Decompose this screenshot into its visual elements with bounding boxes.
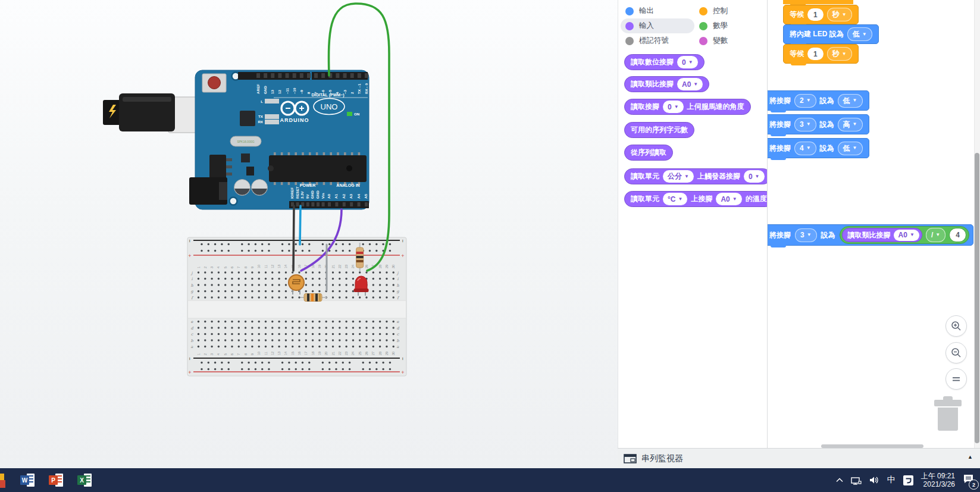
workspace-block[interactable]: 等候1秒▼ <box>783 5 859 24</box>
network-icon[interactable] <box>851 476 862 485</box>
svg-text:A3: A3 <box>349 194 353 199</box>
svg-text:5: 5 <box>224 353 227 355</box>
chevron-down-icon: ▼ <box>693 82 698 87</box>
partial-block-offscreen[interactable] <box>783 0 853 4</box>
block-dropdown[interactable]: 4▼ <box>794 142 816 155</box>
block-dropdown[interactable]: 2▼ <box>794 94 816 108</box>
taskbar-app-P[interactable]: P <box>49 474 63 487</box>
block-dropdown[interactable]: A0▼ <box>716 193 741 205</box>
svg-text:13: 13 <box>270 90 274 94</box>
code-palette-panel: 輸出控制輸入數學標記符號變數 讀取數位接腳0▼讀取類比接腳A0▼讀取接腳0▼上伺… <box>618 0 768 448</box>
category-label: 標記符號 <box>639 36 669 46</box>
svg-text:16: 16 <box>298 352 301 355</box>
workspace-block[interactable]: 將內建 LED 設為低▼ <box>783 24 879 44</box>
breadboard[interactable]: 1122334455667788991010111112121313141415… <box>187 237 406 376</box>
clock[interactable]: 上午 09:21 2021/3/26 <box>921 472 955 488</box>
svg-text:5: 5 <box>224 267 227 268</box>
zoom-in-icon <box>951 321 962 331</box>
flyout-block[interactable]: 讀取單元°C▼上接腳A0▼的溫度 <box>624 191 768 207</box>
ime-mode-icon[interactable] <box>903 475 913 485</box>
flyout-block[interactable]: 讀取接腳0▼上伺服馬達的角度 <box>624 99 751 115</box>
legend-category-控制[interactable]: 控制 <box>694 4 761 18</box>
block-number-input[interactable]: 1 <box>807 8 824 21</box>
svg-text:30: 30 <box>392 352 395 355</box>
flyout-block[interactable]: 從序列讀取 <box>624 145 673 161</box>
legend-category-標記符號[interactable]: 標記符號 <box>621 33 694 48</box>
block-dropdown[interactable]: 低▼ <box>838 142 863 155</box>
hidden-icons-chevron-icon[interactable] <box>836 478 843 482</box>
block-number-input[interactable]: 1 <box>807 48 824 60</box>
workspace-block-set-pin[interactable]: 將接腳3▼設為高▼ <box>768 114 869 134</box>
block-dropdown[interactable]: 0▼ <box>663 101 684 113</box>
block-dropdown[interactable]: °C▼ <box>663 193 687 205</box>
svg-text:12: 12 <box>271 265 274 268</box>
svg-text:19: 19 <box>318 352 321 355</box>
block-dropdown[interactable]: 公分▼ <box>663 170 694 183</box>
ime-language-indicator[interactable]: 中 <box>887 475 896 485</box>
operand-input[interactable]: 4 <box>949 228 966 242</box>
svg-text:AREF: AREF <box>256 84 260 94</box>
taskbar-app-X[interactable]: X <box>77 474 92 487</box>
block-label: 將內建 LED 設為 <box>790 29 844 39</box>
block-dropdown[interactable]: 0▼ <box>677 56 698 68</box>
svg-text:24: 24 <box>351 265 355 268</box>
flyout-block[interactable]: 讀取單元公分▼上觸發器接腳0▼ <box>624 168 768 184</box>
block-dropdown[interactable]: 3▼ <box>794 118 816 131</box>
block-dropdown[interactable]: 0▼ <box>744 170 765 183</box>
zoom-out-button[interactable] <box>945 342 967 363</box>
block-set-pin-expression[interactable]: 將接腳 3▼ 設為 讀取類比接腳 A0▼ /▼ 4 <box>768 224 973 246</box>
svg-text:IOREF: IOREF <box>290 187 294 199</box>
math-divide-block[interactable]: 讀取類比接腳 A0▼ /▼ 4 <box>840 226 969 244</box>
svg-text:A5: A5 <box>364 194 368 199</box>
notification-center-icon[interactable]: 2 <box>963 474 974 486</box>
legend-category-變數[interactable]: 變數 <box>694 33 761 48</box>
pin-dropdown[interactable]: 3▼ <box>795 228 817 242</box>
workspace-block-set-pin[interactable]: 將接腳2▼設為低▼ <box>768 90 869 111</box>
read-analog-reporter[interactable]: 讀取類比接腳 A0▼ <box>842 228 922 242</box>
svg-text:−: − <box>400 357 406 360</box>
operator-dropdown[interactable]: /▼ <box>926 228 945 242</box>
collapse-arrow-icon[interactable]: ▲ <box>968 454 973 460</box>
wire-black[interactable] <box>293 206 294 271</box>
flyout-block[interactable]: 讀取類比接腳A0▼ <box>624 76 709 92</box>
vertical-scrollbar-thumb[interactable] <box>975 153 979 443</box>
flyout-block[interactable]: 可用的序列字元數 <box>624 122 694 138</box>
partial-app-icon[interactable] <box>0 472 6 488</box>
usb-cable[interactable] <box>103 93 175 131</box>
legend-category-數學[interactable]: 數學 <box>694 18 761 33</box>
chevron-down-icon: ▼ <box>935 233 940 237</box>
arduino-uno-board[interactable]: DIGITAL (PWM~) ARDUINO UNO ON <box>168 70 369 209</box>
legend-category-輸出[interactable]: 輸出 <box>621 4 694 18</box>
block-dropdown[interactable]: 低▼ <box>838 94 863 108</box>
svg-text:GND: GND <box>310 190 314 199</box>
workspace-block-set-pin[interactable]: 將接腳4▼設為低▼ <box>768 138 869 158</box>
svg-text:+: + <box>188 253 191 259</box>
zoom-reset-button[interactable] <box>945 368 967 390</box>
block-dropdown[interactable]: 高▼ <box>838 118 863 131</box>
analog-pin-dropdown[interactable]: A0▼ <box>894 230 919 241</box>
block-dropdown[interactable]: 低▼ <box>847 27 872 41</box>
category-label: 控制 <box>713 6 728 16</box>
flyout-block[interactable]: 讀取數位接腳0▼ <box>624 54 705 70</box>
taskbar-app-W[interactable]: W <box>20 474 35 487</box>
block-dropdown[interactable]: 秒▼ <box>827 8 852 21</box>
workspace-block[interactable]: 等候1秒▼ <box>783 44 859 64</box>
svg-text:20: 20 <box>324 352 328 355</box>
chevron-down-icon: ▼ <box>674 105 679 109</box>
zoom-in-button[interactable] <box>945 315 967 337</box>
reset-button[interactable] <box>202 74 226 92</box>
blocks-workspace[interactable]: 等候1秒▼將內建 LED 設為低▼等候1秒▼將接腳2▼設為低▼將接腳3▼設為高▼… <box>768 0 974 448</box>
block-dropdown[interactable]: A0▼ <box>677 78 703 90</box>
trash-can-icon[interactable] <box>934 396 962 431</box>
speaker-icon[interactable] <box>869 476 879 484</box>
circuit-canvas[interactable]: 1122334455667788991010111112121313141415… <box>0 0 618 468</box>
block-label: 將接腳 <box>769 143 791 153</box>
legend-category-輸入[interactable]: 輸入 <box>621 18 694 33</box>
block-label: 上觸發器接腳 <box>697 171 740 181</box>
wire-blue[interactable] <box>300 206 300 245</box>
block-dropdown[interactable]: 秒▼ <box>827 47 852 61</box>
block-label: 讀取接腳 <box>631 102 659 112</box>
serial-monitor-bar[interactable]: 串列監視器 ▲ <box>618 448 980 468</box>
power-jack <box>189 177 227 205</box>
zoom-out-icon <box>951 347 962 358</box>
